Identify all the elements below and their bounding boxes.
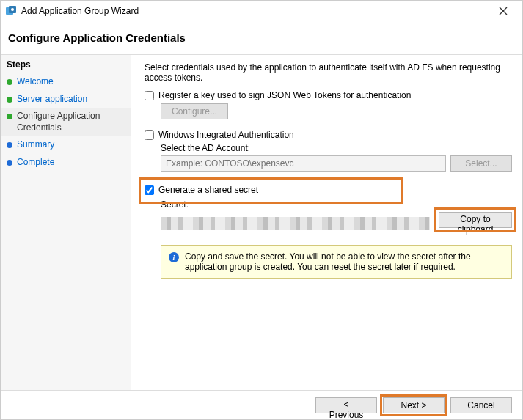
secret-checkbox-row: Generate a shared secret — [145, 185, 512, 195]
wia-checkbox-row: Windows Integrated Authentication — [145, 130, 512, 140]
step-label: Welcome — [17, 76, 54, 88]
wia-select-button: Select... — [450, 155, 512, 172]
wizard-body: Steps Welcome Server application Configu… — [1, 54, 522, 399]
secret-value-masked — [161, 217, 430, 230]
step-bullet-icon — [7, 79, 12, 85]
previous-button[interactable]: < Previous — [315, 397, 377, 413]
secret-info-box: i Copy and save the secret. You will not… — [161, 245, 512, 279]
step-bullet-icon — [7, 114, 12, 119]
secret-field-label: Secret: — [161, 199, 512, 210]
svg-point-2 — [11, 8, 14, 11]
steps-sidebar: Steps Welcome Server application Configu… — [1, 55, 131, 399]
secret-label: Generate a shared secret — [158, 185, 258, 195]
wia-account-input — [161, 155, 446, 172]
app-icon — [5, 5, 17, 17]
step-server-application[interactable]: Server application — [1, 91, 131, 108]
wia-account-label: Select the AD Account: — [161, 143, 512, 153]
step-bullet-icon — [7, 97, 12, 103]
step-label: Server application — [17, 94, 87, 106]
step-label: Complete — [17, 157, 54, 169]
step-bullet-icon — [7, 160, 12, 166]
jwt-configure-button: Configure... — [161, 103, 228, 119]
step-label: Summary — [17, 139, 54, 151]
next-button[interactable]: Next > — [383, 397, 445, 413]
jwt-label: Register a key used to sign JSON Web Tok… — [158, 90, 411, 100]
content-pane: Select credentials used by the applicati… — [131, 55, 522, 399]
step-label: Configure Application Credentials — [17, 111, 125, 133]
instruction-text: Select credentials used by the applicati… — [145, 62, 512, 83]
titlebar: Add Application Group Wizard — [1, 1, 522, 21]
step-configure-credentials[interactable]: Configure Application Credentials — [1, 108, 131, 136]
step-bullet-icon — [7, 142, 12, 148]
jwt-checkbox[interactable] — [145, 91, 154, 100]
step-summary[interactable]: Summary — [1, 136, 131, 154]
wia-checkbox[interactable] — [145, 130, 154, 140]
jwt-checkbox-row: Register a key used to sign JSON Web Tok… — [145, 90, 512, 100]
info-icon: i — [169, 252, 179, 262]
steps-header: Steps — [1, 58, 131, 73]
copy-to-clipboard-button[interactable]: Copy to clipboard — [439, 212, 512, 228]
close-button[interactable] — [489, 1, 518, 21]
wizard-footer: < Previous Next > Cancel — [1, 390, 522, 419]
step-welcome[interactable]: Welcome — [1, 73, 131, 91]
cancel-button[interactable]: Cancel — [450, 397, 512, 413]
secret-info-text: Copy and save the secret. You will not b… — [185, 251, 504, 272]
window-title: Add Application Group Wizard — [21, 6, 489, 16]
step-complete[interactable]: Complete — [1, 154, 131, 172]
wia-label: Windows Integrated Authentication — [158, 130, 294, 140]
secret-checkbox[interactable] — [145, 185, 154, 195]
page-heading: Configure Application Credentials — [1, 21, 522, 54]
